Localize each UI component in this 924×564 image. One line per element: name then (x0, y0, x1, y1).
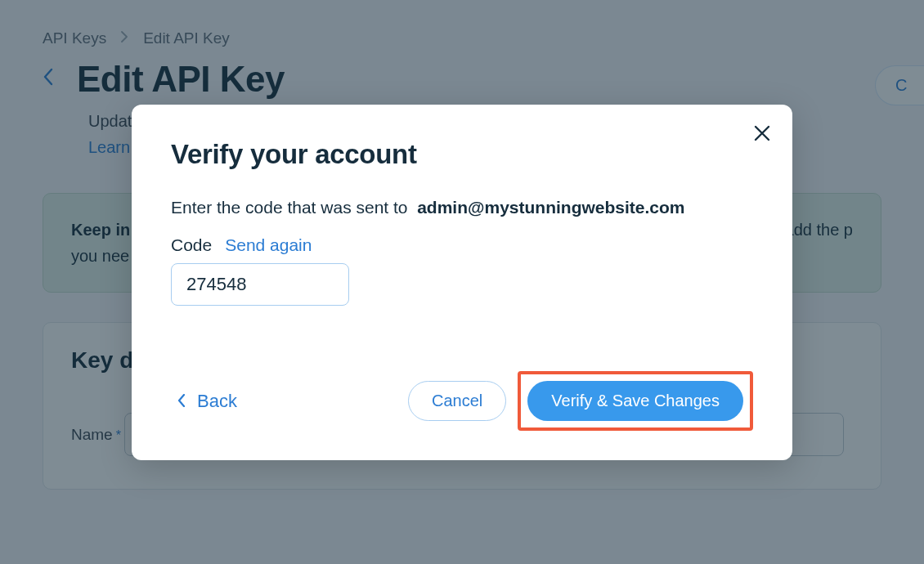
verify-modal: Verify your account Enter the code that … (132, 105, 792, 460)
sent-prefix: Enter the code that was sent to (171, 198, 408, 217)
modal-title: Verify your account (171, 139, 753, 170)
modal-actions: Back Cancel Verify & Save Changes (171, 371, 753, 431)
cancel-button[interactable]: Cancel (408, 381, 506, 421)
code-label-row: Code Send again (171, 235, 753, 255)
back-label: Back (197, 391, 237, 412)
code-label: Code (171, 235, 212, 255)
chevron-left-icon (177, 391, 186, 412)
modal-sent-text: Enter the code that was sent to admin@my… (171, 198, 753, 217)
verify-save-button[interactable]: Verify & Save Changes (527, 381, 743, 421)
highlight-box: Verify & Save Changes (518, 371, 753, 431)
sent-email: admin@mystunningwebsite.com (417, 198, 684, 217)
close-icon[interactable] (750, 121, 774, 148)
code-input[interactable] (171, 263, 349, 306)
modal-overlay: Verify your account Enter the code that … (0, 0, 924, 564)
send-again-link[interactable]: Send again (225, 235, 312, 255)
back-button[interactable]: Back (171, 391, 237, 412)
